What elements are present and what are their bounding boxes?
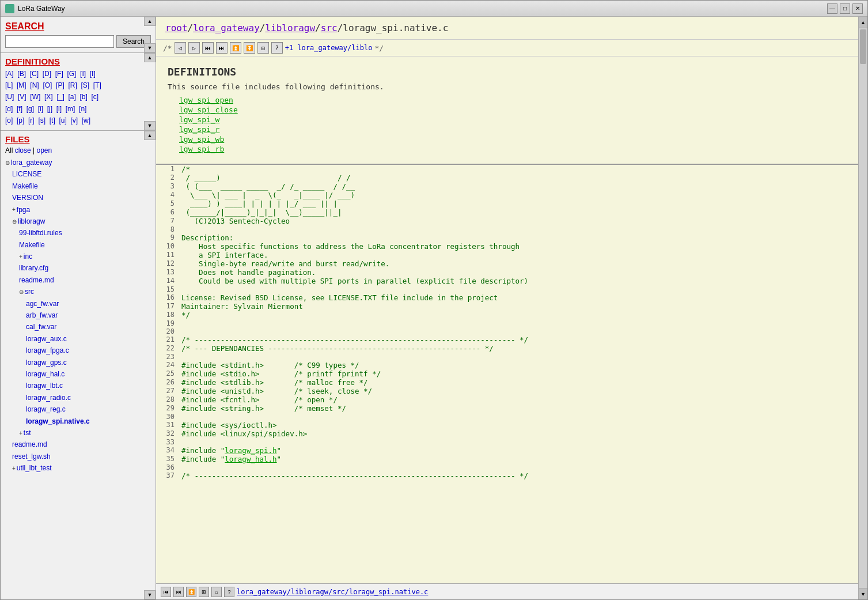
file-arb[interactable]: arb_fw.var — [26, 310, 58, 321]
alpha-G[interactable]: [G] — [67, 70, 76, 78]
toggle-lora-gateway[interactable]: ⊖ — [5, 158, 10, 168]
alpha-U[interactable]: [U] — [5, 93, 14, 101]
file-readme-lib[interactable]: readme.md — [19, 274, 54, 286]
close-button[interactable]: ✕ — [852, 3, 863, 14]
alpha-D[interactable]: [D] — [43, 70, 51, 78]
toggle-inc[interactable]: + — [19, 252, 22, 262]
alpha-R[interactable]: [R] — [68, 81, 77, 89]
alpha-a[interactable]: [a] — [68, 93, 75, 101]
file-loragw-fpga[interactable]: loragw_fpga.c — [26, 345, 69, 356]
alpha-n[interactable]: [n] — [79, 105, 86, 113]
file-library-cfg[interactable]: library.cfg — [19, 262, 48, 274]
def-scroll-up[interactable]: ▲ — [144, 53, 156, 62]
alpha-N[interactable]: [N] — [30, 81, 39, 89]
alpha-M[interactable]: [M] — [17, 81, 26, 89]
file-lora-gateway[interactable]: lora_gateway — [11, 157, 52, 168]
breadcrumb-libloragw[interactable]: libloragw — [265, 22, 315, 33]
alpha-O[interactable]: [O] — [43, 81, 52, 89]
toggle-src[interactable]: ⊖ — [19, 287, 24, 297]
alpha-X[interactable]: [X] — [44, 93, 53, 101]
alpha-f[interactable]: [f] — [17, 105, 22, 113]
file-fpga[interactable]: fpga — [17, 204, 30, 216]
alpha-S[interactable]: [S] — [81, 81, 89, 89]
alpha-c[interactable]: [c] — [91, 93, 98, 101]
search-scroll-down[interactable]: ▼ — [144, 43, 156, 52]
files-scroll-down[interactable]: ▼ — [144, 590, 156, 599]
file-loragw-spi-native[interactable]: loragw_spi.native.c — [26, 416, 90, 427]
alpha-underscore[interactable]: [_] — [56, 93, 64, 101]
files-open-link[interactable]: open — [37, 146, 52, 154]
alpha-i[interactable]: [i] — [38, 105, 43, 113]
def-lgw-spi-wb[interactable]: lgw_spi_wb — [179, 135, 224, 144]
alpha-w[interactable]: [w] — [82, 116, 90, 124]
alpha-P[interactable]: [P] — [56, 81, 65, 89]
alpha-T[interactable]: [T] — [93, 81, 101, 89]
code-area[interactable]: 1/*2 / _____) / /3 ( (___ _____ _____ _/… — [156, 165, 858, 583]
bottom-help-button[interactable]: ? — [224, 587, 234, 597]
bottom-path[interactable]: lora_gateway/libloragw/src/loragw_spi.na… — [237, 588, 428, 596]
nav-expand-button[interactable]: ⊞ — [257, 42, 269, 54]
nav-last-button[interactable]: ⏭ — [216, 42, 228, 54]
bottom-first-button[interactable]: ⏮ — [161, 587, 171, 597]
file-loragw-reg[interactable]: loragw_reg.c — [26, 403, 66, 415]
file-inc[interactable]: inc — [24, 251, 32, 262]
alpha-V[interactable]: [V] — [18, 93, 26, 101]
files-scroll-up[interactable]: ▲ — [144, 131, 156, 140]
alpha-s[interactable]: [s] — [38, 116, 46, 124]
nav-back-button[interactable]: ◁ — [175, 42, 186, 54]
alpha-C[interactable]: [C] — [30, 70, 39, 78]
file-cal[interactable]: cal_fw.var — [26, 321, 56, 333]
search-input[interactable] — [5, 35, 114, 48]
nav-forward-button[interactable]: ▷ — [188, 42, 200, 54]
search-scroll-up[interactable]: ▲ — [144, 17, 156, 26]
alpha-r[interactable]: [r] — [28, 116, 35, 124]
file-makefile-lib[interactable]: Makefile — [19, 239, 45, 251]
scroll-up-arrow[interactable]: ▲ — [859, 17, 867, 28]
file-util-lbt[interactable]: util_lbt_test — [17, 462, 52, 474]
bottom-last-button[interactable]: ⏭ — [173, 587, 184, 597]
toggle-tst[interactable]: + — [19, 428, 22, 438]
file-99rules[interactable]: 99-libftdi.rules — [19, 227, 62, 239]
file-loragw-lbt[interactable]: loragw_lbt.c — [26, 380, 63, 391]
alpha-b[interactable]: [b] — [79, 93, 87, 101]
file-loragw-radio[interactable]: loragw_radio.c — [26, 392, 71, 403]
def-lgw-spi-close[interactable]: lgw_spi_close — [179, 105, 238, 114]
nav-first-button[interactable]: ⏮ — [202, 42, 214, 54]
file-loragw-gps[interactable]: loragw_gps.c — [26, 357, 67, 368]
alpha-u[interactable]: [u] — [59, 116, 66, 124]
file-agc[interactable]: agc_fw.var — [26, 298, 59, 310]
alpha-m[interactable]: [m] — [66, 105, 75, 113]
toggle-util-lbt[interactable]: + — [12, 463, 16, 473]
def-lgw-spi-r[interactable]: lgw_spi_r — [179, 125, 219, 134]
alpha-g[interactable]: [g] — [26, 105, 34, 113]
alpha-t[interactable]: [t] — [50, 116, 55, 124]
files-close-link[interactable]: close — [15, 146, 31, 154]
def-scroll-down[interactable]: ▼ — [144, 121, 156, 130]
include-link[interactable]: loragw_hal.h — [225, 455, 276, 463]
alpha-F[interactable]: [F] — [55, 70, 63, 78]
file-license[interactable]: LICENSE — [12, 168, 41, 180]
alpha-p[interactable]: [p] — [17, 116, 24, 124]
alpha-W[interactable]: [W] — [30, 93, 40, 101]
alpha-o[interactable]: [o] — [5, 116, 13, 124]
scroll-down-arrow[interactable]: ▼ — [859, 588, 867, 599]
file-loragw-aux[interactable]: loragw_aux.c — [26, 333, 67, 345]
alpha-I2[interactable]: [I] — [90, 70, 96, 78]
alpha-L[interactable]: [L] — [5, 81, 13, 89]
nav-help-button[interactable]: ? — [271, 42, 283, 54]
file-loragw-hal[interactable]: loragw_hal.c — [26, 368, 65, 380]
scroll-thumb[interactable] — [860, 29, 866, 64]
toolbar-ref-link[interactable]: +1 lora_gateway/liblo — [285, 44, 373, 52]
breadcrumb-src[interactable]: src — [321, 22, 338, 33]
def-lgw-spi-open[interactable]: lgw_spi_open — [179, 96, 233, 104]
alpha-l[interactable]: [l] — [56, 105, 62, 113]
alpha-j[interactable]: [j] — [47, 105, 52, 113]
bottom-home-button[interactable]: ⌂ — [211, 587, 222, 597]
maximize-button[interactable]: □ — [840, 3, 850, 14]
breadcrumb-lora-gateway[interactable]: lora_gateway — [193, 22, 260, 33]
file-libloragw[interactable]: libloragw — [18, 216, 45, 227]
def-lgw-spi-w[interactable]: lgw_spi_w — [179, 115, 219, 124]
nav-up-button[interactable]: ⏫ — [230, 42, 241, 54]
minimize-button[interactable]: — — [827, 3, 837, 14]
alpha-d[interactable]: [d] — [5, 105, 13, 113]
